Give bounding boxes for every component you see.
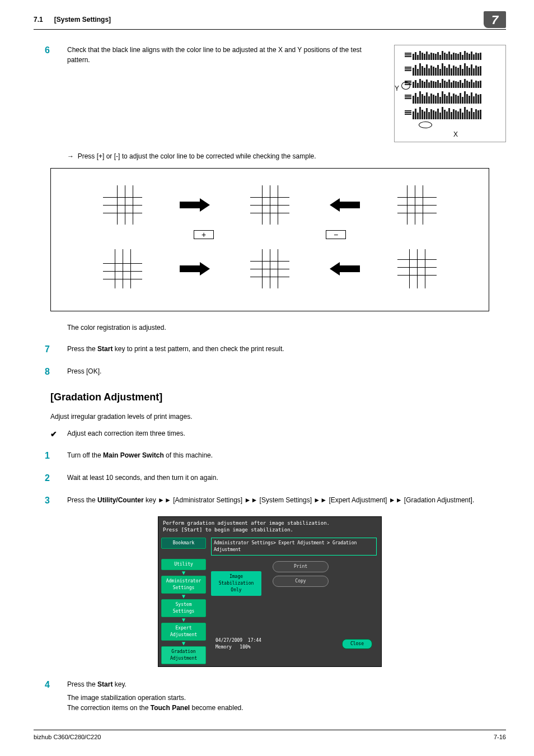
- arrow-left-icon: [326, 262, 360, 276]
- step-number: 8: [34, 365, 67, 379]
- close-button[interactable]: Close: [342, 639, 372, 649]
- x-axis-label: X: [410, 129, 501, 139]
- y-axis-label: Y: [395, 83, 399, 94]
- y-circle-marker: [401, 82, 410, 90]
- sub-step-text: Press [+] or [-] to adjust the color lin…: [78, 152, 316, 160]
- chevron-down-icon: ▼: [182, 595, 185, 598]
- step-number: 2: [34, 472, 67, 485]
- grid-aligned: [250, 185, 289, 225]
- image-stabilization-button[interactable]: Image Stabilization Only: [211, 571, 261, 596]
- grid-offset-left: [397, 185, 437, 225]
- grad-step-3: 3 Press the Utility/Counter key ►► [Admi…: [34, 494, 506, 507]
- step-text: Press [OK].: [67, 365, 506, 379]
- crumb-system[interactable]: System Settings: [161, 599, 206, 617]
- x-circle-marker: [419, 122, 432, 128]
- arrow-icon: →: [67, 152, 74, 160]
- test-pattern-diagram: Y X: [394, 45, 506, 142]
- step-text: Press the Start key. The image stabiliza…: [67, 678, 506, 713]
- arrow-right-icon: [180, 262, 213, 276]
- section-title: [System Settings]: [54, 16, 111, 24]
- grid-aligned: [250, 249, 289, 288]
- crumb-utility[interactable]: Utility: [161, 559, 206, 570]
- check-text: Adjust each correction item three times.: [67, 428, 185, 440]
- grid-offset-down: [103, 249, 142, 288]
- step-number: 1: [34, 449, 67, 463]
- step-text: Turn off the Main Power Switch of this m…: [67, 449, 506, 463]
- page-header: 7.1 [System Settings] 7: [34, 11, 506, 30]
- grad-step-4: 4 Press the Start key. The image stabili…: [34, 678, 506, 713]
- gradation-intro: Adjust irregular gradation levels of pri…: [50, 412, 506, 422]
- step-text: Press the Start key to print a test patt…: [67, 343, 506, 356]
- grid-offset-up: [397, 249, 437, 288]
- step-8: 8 Press [OK].: [34, 365, 506, 379]
- bookmark-tab[interactable]: Bookmark: [161, 538, 206, 549]
- crumb-gradation[interactable]: Gradation Adjustment: [161, 646, 206, 664]
- minus-button: −: [326, 230, 346, 239]
- step-text: Wait at least 10 seconds, and then turn …: [67, 472, 506, 485]
- step-number: 6: [34, 44, 67, 142]
- print-button[interactable]: Print: [273, 561, 329, 572]
- step-number: 4: [34, 678, 67, 713]
- chevron-down-icon: ▼: [182, 642, 185, 645]
- crumb-expert[interactable]: Expert Adjustment: [161, 623, 206, 641]
- chevron-down-icon: ▼: [182, 618, 185, 622]
- step-number: 7: [34, 343, 67, 356]
- panel-message-1: Perform gradation adjustment after image…: [163, 520, 377, 527]
- page-number: 7-16: [494, 732, 506, 742]
- step-text: Check that the black line aligns with th…: [67, 45, 383, 142]
- plus-button: +: [194, 230, 214, 239]
- status-datetime: 04/27/2009 17:44 Memory 100%: [216, 637, 261, 651]
- model-name: bizhub C360/C280/C220: [34, 732, 101, 742]
- breadcrumb-sidebar: Bookmark Utility ▼ Administrator Setting…: [158, 535, 209, 666]
- adjustment-diagram: + −: [50, 168, 489, 311]
- page-footer: bizhub C360/C280/C220 7-16: [34, 730, 506, 742]
- grad-step-2: 2 Wait at least 10 seconds, and then tur…: [34, 472, 506, 485]
- crumb-admin[interactable]: Administrator Settings: [161, 576, 206, 594]
- chapter-badge: 7: [484, 11, 506, 28]
- grad-step-1: 1 Turn off the Main Power Switch of this…: [34, 449, 506, 463]
- step-text: Press the Utility/Counter key ►► [Admini…: [67, 494, 506, 507]
- gradation-heading: [Gradation Adjustment]: [50, 390, 506, 405]
- result-text: The color registration is adjusted.: [67, 323, 506, 333]
- sub-step-arrow: → Press [+] or [-] to adjust the color l…: [67, 151, 506, 161]
- touch-panel-screenshot: Perform gradation adjustment after image…: [158, 516, 382, 667]
- check-item: ✔ Adjust each correction item three time…: [50, 428, 506, 440]
- arrow-right-icon: [180, 198, 213, 212]
- grid-offset-right: [103, 185, 142, 225]
- step-7: 7 Press the Start key to print a test pa…: [34, 343, 506, 356]
- checkmark-icon: ✔: [50, 428, 67, 440]
- arrow-left-icon: [326, 198, 360, 212]
- breadcrumb-path: Administrator Settings> Expert Adjustmen…: [211, 538, 377, 556]
- section-number: 7.1: [34, 16, 43, 24]
- step-number: 3: [34, 494, 67, 507]
- chevron-down-icon: ▼: [182, 571, 185, 575]
- step-6: 6 Check that the black line aligns with …: [34, 44, 506, 142]
- panel-message-2: Press [Start] to begin image stabilizati…: [163, 527, 377, 534]
- copy-button[interactable]: Copy: [273, 576, 329, 587]
